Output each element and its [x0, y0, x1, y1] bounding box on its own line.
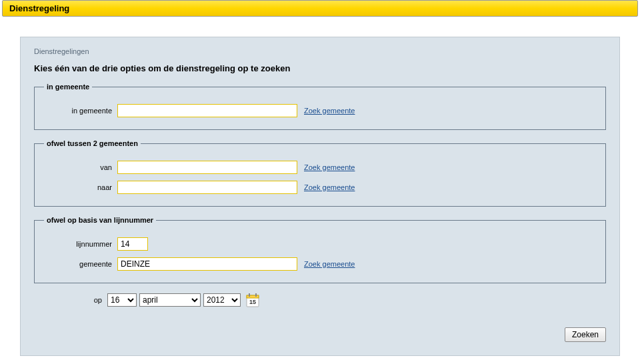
row-lijnnummer: lijnnummer	[44, 237, 596, 251]
input-van[interactable]	[117, 161, 297, 174]
date-row: op 16 april 2012 15	[34, 293, 606, 307]
select-day[interactable]: 16	[107, 293, 137, 307]
label-in-gemeente: in gemeente	[44, 107, 117, 115]
label-op: op	[34, 296, 107, 304]
link-zoek-gemeente-naar[interactable]: Zoek gemeente	[304, 183, 355, 191]
fieldset-in-gemeente: in gemeente in gemeente Zoek gemeente	[34, 83, 606, 130]
calendar-icon[interactable]: 15	[246, 293, 259, 307]
header-bar: Dienstregeling	[2, 0, 638, 17]
legend-tussen-gemeenten: ofwel tussen 2 gemeenten	[44, 139, 141, 147]
link-zoek-gemeente-1[interactable]: Zoek gemeente	[304, 107, 355, 115]
row-naar: naar Zoek gemeente	[44, 181, 596, 194]
select-year[interactable]: 2012	[203, 293, 241, 307]
input-lijnnummer[interactable]	[117, 237, 148, 251]
label-gemeente-lijn: gemeente	[44, 260, 117, 268]
fieldset-tussen-gemeenten: ofwel tussen 2 gemeenten van Zoek gemeen…	[34, 139, 606, 207]
link-zoek-gemeente-lijn[interactable]: Zoek gemeente	[304, 260, 355, 268]
select-month[interactable]: april	[139, 293, 201, 307]
label-van: van	[44, 163, 117, 171]
row-van: van Zoek gemeente	[44, 161, 596, 174]
row-gemeente-lijn: gemeente Zoek gemeente	[44, 257, 596, 271]
main-panel: Dienstregelingen Kies één van de drie op…	[20, 37, 620, 356]
fieldset-lijnnummer: ofwel op basis van lijnnummer lijnnummer…	[34, 216, 606, 283]
label-lijnnummer: lijnnummer	[44, 240, 117, 248]
svg-text:15: 15	[249, 299, 256, 305]
breadcrumb: Dienstregelingen	[34, 47, 606, 55]
input-naar[interactable]	[117, 181, 297, 194]
row-in-gemeente: in gemeente Zoek gemeente	[44, 104, 596, 117]
legend-in-gemeente: in gemeente	[44, 83, 92, 91]
page-title: Dienstregeling	[9, 3, 69, 13]
input-in-gemeente[interactable]	[117, 104, 297, 117]
legend-lijnnummer: ofwel op basis van lijnnummer	[44, 216, 156, 224]
instruction-text: Kies één van de drie opties om de dienst…	[34, 63, 606, 73]
zoeken-button[interactable]: Zoeken	[565, 327, 606, 342]
svg-rect-2	[249, 293, 250, 297]
label-naar: naar	[44, 183, 117, 191]
button-row: Zoeken	[34, 327, 606, 342]
link-zoek-gemeente-van[interactable]: Zoek gemeente	[304, 163, 355, 171]
input-gemeente-lijn[interactable]	[117, 257, 297, 271]
svg-rect-1	[247, 295, 259, 298]
svg-rect-3	[255, 293, 257, 297]
